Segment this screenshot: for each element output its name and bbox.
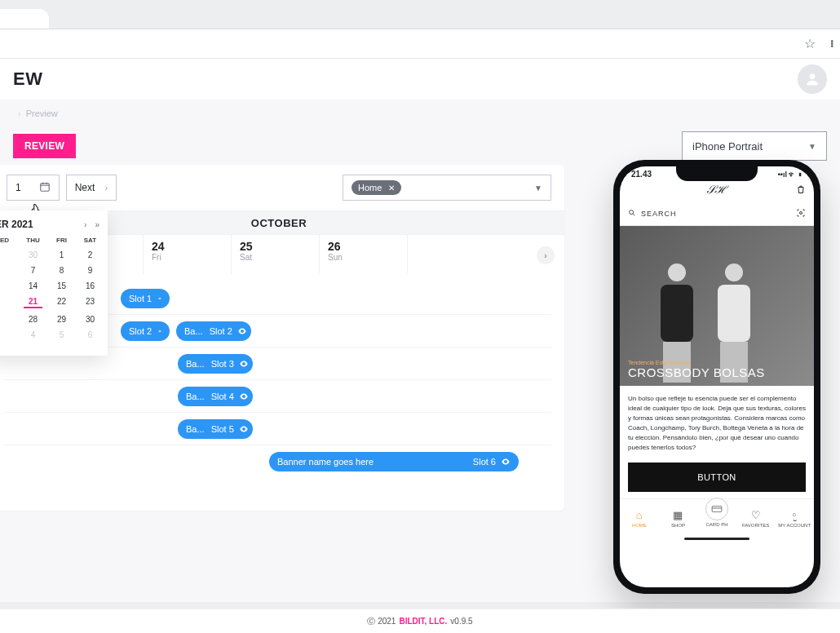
day-name: Sat: [240, 253, 311, 262]
schedule-panel: 1 Next › Home ✕ ▼: [0, 165, 564, 511]
calendar-day[interactable]: 8: [52, 266, 71, 275]
scroll-right-button[interactable]: ›: [537, 246, 555, 264]
svg-point-2: [630, 210, 634, 214]
calendar-day[interactable]: 23: [81, 297, 99, 308]
avatar[interactable]: [798, 64, 827, 94]
cal-dow: ED: [0, 237, 14, 244]
heart-icon: ♡: [751, 509, 761, 521]
search-bar[interactable]: SEARCH: [620, 201, 814, 226]
scan-icon[interactable]: [796, 208, 806, 219]
active-tab-shape: [0, 9, 49, 29]
cal-dow: THU: [24, 237, 42, 244]
hero-description: Un bolso que refleje tu esencia puede se…: [620, 386, 814, 463]
banner-pill[interactable]: Ba...Slot 3: [178, 354, 253, 374]
breadcrumb-current: Preview: [26, 108, 58, 118]
calendar-day[interactable]: 7: [24, 266, 42, 275]
day-name: Sun: [328, 253, 399, 262]
eye-icon: [501, 457, 511, 467]
cta-button[interactable]: BUTTON: [628, 463, 806, 492]
calendar-day[interactable]: 29: [52, 315, 71, 324]
device-select-label: iPhone Portrait: [692, 140, 763, 153]
date-input[interactable]: 1: [7, 175, 60, 201]
banner-pill[interactable]: Ba...Slot 2: [176, 321, 251, 341]
day-number: 25: [240, 240, 311, 253]
browser-tab-strip: [0, 0, 840, 29]
device-select[interactable]: iPhone Portrait ▼: [682, 131, 827, 161]
calendar-day[interactable]: 15: [52, 281, 71, 290]
status-icons: ••ıl ᯤ ▮: [778, 170, 802, 179]
tab-home[interactable]: ⌂HOME: [620, 509, 659, 528]
banner-pill[interactable]: Ba...Slot 4: [178, 387, 253, 406]
eye-icon: [239, 359, 249, 369]
calendar-day[interactable]: 9: [81, 266, 99, 275]
calendar-day[interactable]: 21: [24, 297, 42, 308]
home-indicator: [684, 538, 749, 540]
bookmark-icon[interactable]: ☆: [804, 36, 816, 51]
eye-icon: [237, 326, 247, 336]
footer: Ⓒ 2021 BILDIT, LLC. v0.9.5: [0, 609, 840, 633]
filter-chip-label: Home: [358, 183, 382, 193]
svg-point-0: [810, 73, 816, 79]
grid-icon: ▦: [673, 509, 683, 521]
shopping-bag-icon[interactable]: [796, 184, 806, 197]
chevron-double-right-icon[interactable]: »: [95, 220, 99, 229]
hero-tagline: Tendencia Esta Semana: [628, 360, 765, 365]
tab-bar: ⌂HOME ▦SHOP CARD PH ♡FAVORITES ◦̮MY ACCO…: [620, 498, 814, 538]
calendar-day[interactable]: 22: [52, 297, 71, 308]
cal-dow: FRI: [52, 237, 71, 244]
user-icon: ◦̮: [791, 509, 798, 521]
calendar-icon: [39, 181, 51, 195]
page-filter-select[interactable]: Home ✕ ▼: [343, 175, 551, 201]
calendar-day[interactable]: 2: [81, 250, 99, 259]
breadcrumb: › Preview: [0, 100, 840, 127]
calendar-day[interactable]: 30: [81, 315, 99, 324]
status-time: 21.43: [631, 170, 652, 179]
footer-version: v0.9.5: [450, 617, 472, 626]
app-header: EW: [0, 59, 840, 100]
svg-rect-4: [712, 506, 722, 511]
banner-pill[interactable]: Banner name goes hereSlot 6: [269, 452, 519, 471]
search-placeholder: SEARCH: [641, 210, 677, 218]
brand-logo: 𝒮ℋ: [706, 184, 727, 197]
calendar-popover[interactable]: ER 2021 › » ED THU FRI SAT 3012 789 1415…: [0, 210, 108, 356]
kebab-menu-icon[interactable]: •••: [830, 40, 833, 47]
chevron-right-icon[interactable]: ›: [84, 220, 86, 229]
day-number: 26: [328, 240, 399, 253]
chevron-right-icon: ›: [18, 108, 21, 118]
calendar-day[interactable]: 30: [24, 250, 42, 259]
calendar-day[interactable]: 28: [24, 315, 42, 324]
next-label: Next: [75, 182, 95, 193]
calendar-month-label: ER 2021: [0, 219, 33, 230]
caret-down-icon: ▼: [534, 184, 542, 193]
day-name: Fri: [152, 253, 223, 262]
device-screen: 21.43 ••ıl ᯤ ▮ 𝒮ℋ SEARCH: [620, 166, 814, 587]
slot-pill[interactable]: Slot 2: [121, 321, 170, 341]
copyright: Ⓒ 2021: [367, 616, 396, 627]
close-icon[interactable]: ✕: [388, 184, 395, 193]
tab-account[interactable]: ◦̮MY ACCOUNT: [775, 509, 814, 528]
calendar-day[interactable]: 5: [52, 330, 71, 339]
calendar-day[interactable]: 14: [24, 281, 42, 290]
next-button[interactable]: Next ›: [66, 175, 117, 201]
filter-chip[interactable]: Home ✕: [351, 180, 401, 195]
eye-icon: [239, 392, 249, 401]
banner-pill[interactable]: Ba...Slot 5: [178, 419, 253, 439]
day-number: 24: [152, 240, 223, 253]
page-title: EW: [13, 69, 42, 90]
eye-icon: [158, 326, 161, 336]
calendar-day[interactable]: 6: [81, 330, 99, 339]
chevron-right-icon: ›: [104, 183, 108, 193]
search-icon: [628, 209, 636, 219]
calendar-day[interactable]: 4: [24, 330, 42, 339]
tab-favorites[interactable]: ♡FAVORITES: [736, 509, 776, 528]
preview-button[interactable]: REVIEW: [13, 134, 76, 158]
tab-shop[interactable]: ▦SHOP: [659, 509, 698, 528]
tab-card[interactable]: CARD PH: [697, 511, 736, 527]
calendar-day[interactable]: 16: [81, 281, 99, 290]
browser-toolbar: ☆ •••: [0, 29, 840, 59]
date-value: 1: [15, 182, 21, 193]
eye-icon: [158, 294, 161, 303]
calendar-day[interactable]: 1: [52, 250, 71, 259]
svg-point-3: [800, 211, 802, 214]
slot-pill[interactable]: Slot 1: [121, 289, 170, 308]
